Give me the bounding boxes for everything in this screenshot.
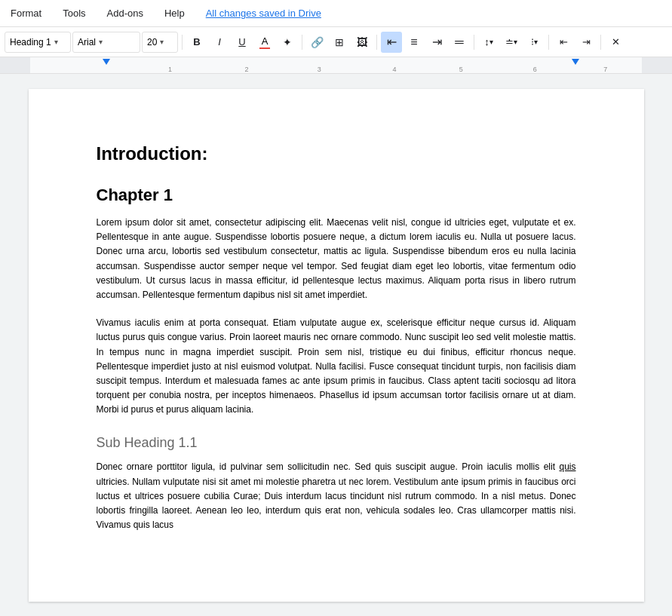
line-spacing-chevron-icon: ▾: [489, 38, 493, 46]
font-size-selector[interactable]: 20 ▾: [142, 32, 178, 53]
divider-3: [376, 35, 377, 50]
ruler-mark-7: 7: [603, 66, 607, 73]
ruler-tab-left-icon: [103, 59, 110, 65]
size-label: 20: [147, 37, 157, 48]
ruler-mark-3: 3: [318, 66, 321, 73]
ruler-canvas: 1 2 3 4 5 6 7: [0, 57, 672, 73]
font-selector[interactable]: Arial ▾: [72, 32, 140, 53]
ruler: 1 2 3 4 5 6 7: [0, 57, 672, 74]
chapter1-heading: Chapter 1: [97, 185, 576, 205]
ruler-mark-2: 2: [244, 66, 248, 73]
paragraph-3-underlined: quis: [559, 461, 575, 472]
font-chevron-icon: ▾: [99, 38, 103, 46]
underline-button[interactable]: U: [232, 32, 253, 53]
toolbar: Heading 1 ▾ Arial ▾ 20 ▾ B I U A ✦ 🔗 ⊞ 🖼…: [0, 27, 672, 57]
style-label: Heading 1: [10, 37, 51, 48]
bullet-list-chevron-icon: ▾: [534, 38, 538, 46]
divider-6: [600, 35, 601, 50]
image-button[interactable]: 🖼: [351, 32, 373, 53]
ruler-mark-6: 6: [533, 66, 537, 73]
ruler-tab-right-icon: [572, 59, 579, 65]
line-spacing-button[interactable]: ↕ ▾: [478, 32, 499, 53]
underline-letter: U: [238, 36, 245, 48]
paragraph-1-text: Lorem ipsum dolor sit amet, consectetur …: [97, 217, 576, 300]
increase-indent-button[interactable]: ⇥: [575, 32, 597, 53]
highlight-button[interactable]: ✦: [277, 32, 298, 53]
style-selector[interactable]: Heading 1 ▾: [5, 32, 71, 53]
menu-format[interactable]: Format: [6, 5, 46, 22]
divider-4: [474, 35, 474, 50]
saved-status[interactable]: All changes saved in Drive: [201, 5, 326, 22]
bullet-list-button[interactable]: ⁝ ▾: [523, 32, 545, 53]
decrease-indent-button[interactable]: ⇤: [553, 32, 574, 53]
menu-tools[interactable]: Tools: [58, 5, 90, 22]
paragraph-2: Vivamus iaculis enim at porta consequat.…: [97, 316, 576, 417]
font-color-letter: A: [262, 35, 268, 47]
numbered-list-button[interactable]: ≐ ▾: [501, 32, 522, 53]
link-button[interactable]: 🔗: [306, 32, 327, 53]
divider-2: [302, 35, 302, 50]
numbered-list-chevron-icon: ▾: [514, 38, 517, 46]
font-color-wrap: A: [259, 35, 270, 49]
menu-help[interactable]: Help: [160, 5, 189, 22]
clear-formatting-button[interactable]: ✕: [605, 32, 626, 53]
align-justify-button[interactable]: ═: [449, 32, 470, 53]
subheading-1: Sub Heading 1.1: [97, 435, 576, 451]
numbered-list-icon: ≐: [505, 36, 514, 48]
italic-button[interactable]: I: [209, 32, 230, 53]
paragraph-3: Donec ornare porttitor ligula, id pulvin…: [97, 460, 576, 532]
ruler-mark-4: 4: [393, 66, 397, 73]
font-label: Arial: [78, 37, 96, 48]
divider-1: [182, 35, 183, 50]
divider-5: [548, 35, 549, 50]
font-color-bar: [259, 48, 270, 49]
insert-comment-button[interactable]: ⊞: [329, 32, 350, 53]
align-left-button[interactable]: ⇤: [381, 32, 402, 53]
underline-wrap: U: [238, 36, 245, 48]
style-chevron-icon: ▾: [54, 38, 58, 46]
introduction-title: Introduction:: [97, 143, 576, 164]
page: Introduction: Chapter 1 Lorem ipsum dolo…: [29, 89, 644, 602]
paragraph-2-text: Vivamus iaculis enim at porta consequat.…: [97, 317, 576, 415]
menu-bar: Format Tools Add-ons Help All changes sa…: [0, 0, 672, 27]
size-chevron-icon: ▾: [160, 38, 164, 46]
paragraph-3-end: ultricies. Nullam vulputate nisi sit ame…: [97, 477, 576, 531]
bold-button[interactable]: B: [186, 32, 207, 53]
font-color-button[interactable]: A: [254, 32, 275, 53]
align-right-button[interactable]: ⇥: [426, 32, 447, 53]
menu-addons[interactable]: Add-ons: [103, 5, 148, 22]
align-center-button[interactable]: ≡: [404, 32, 425, 53]
paragraph-3-start: Donec ornare porttitor ligula, id pulvin…: [97, 461, 560, 472]
ruler-mark-5: 5: [459, 66, 463, 73]
paragraph-1: Lorem ipsum dolor sit amet, consectetur …: [97, 216, 576, 302]
ruler-mark-1: 1: [168, 66, 172, 73]
document-area: Introduction: Chapter 1 Lorem ipsum dolo…: [0, 74, 672, 616]
